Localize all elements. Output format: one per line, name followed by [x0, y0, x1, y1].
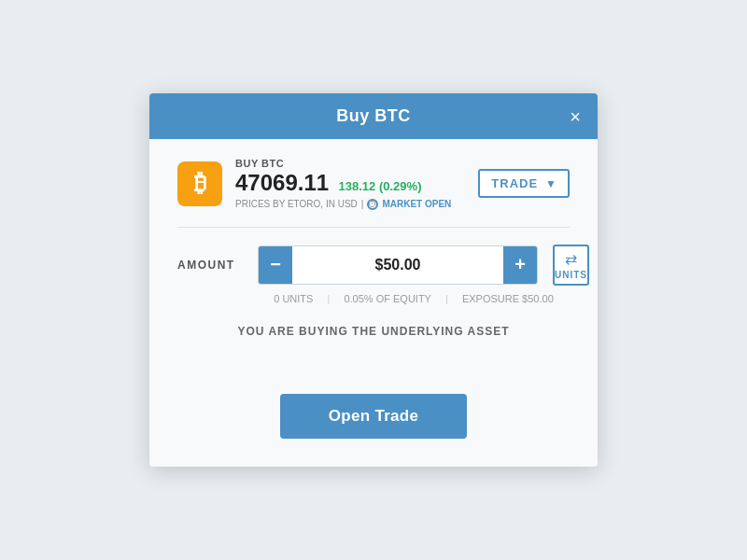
market-status: MARKET OPEN — [382, 199, 451, 209]
asset-details: BUY BTC 47069.11 138.12 (0.29%) PRICES B… — [235, 158, 451, 209]
modal-body: ₿ BUY BTC 47069.11 138.12 (0.29%) PRICES… — [149, 139, 598, 466]
asset-row: ₿ BUY BTC 47069.11 138.12 (0.29%) PRICES… — [177, 158, 570, 209]
asset-label: BUY BTC — [235, 158, 451, 169]
asset-meta: PRICES BY ETORO, IN USD | ⏱ MARKET OPEN — [235, 199, 451, 210]
modal-header: Buy BTC × — [149, 93, 598, 139]
btc-icon: ₿ — [177, 161, 222, 206]
market-icon: ⏱ — [367, 199, 378, 210]
buy-btc-modal: Buy BTC × ₿ BUY BTC 47069.11 138.12 (0.2… — [149, 93, 598, 466]
modal-title: Buy BTC — [336, 106, 411, 126]
amount-input[interactable] — [292, 257, 503, 273]
units-toggle-button[interactable]: ⇄ UNITS — [553, 245, 589, 286]
trade-dropdown-label: TRADE — [491, 176, 538, 190]
close-button[interactable]: × — [570, 107, 581, 126]
units-value: 0 UNITS — [274, 293, 313, 304]
decrease-button[interactable]: − — [259, 246, 292, 284]
amount-row: AMOUNT − + ⇄ UNITS — [177, 245, 570, 286]
asset-price: 47069.11 — [235, 170, 329, 195]
open-trade-button[interactable]: Open Trade — [280, 394, 467, 439]
chevron-down-icon: ▼ — [545, 177, 557, 190]
amount-info: 0 UNITS | 0.05% OF EQUITY | EXPOSURE $50… — [258, 293, 570, 304]
trade-dropdown[interactable]: TRADE ▼ — [478, 169, 570, 198]
asset-info: ₿ BUY BTC 47069.11 138.12 (0.29%) PRICES… — [177, 158, 451, 209]
swap-icon: ⇄ — [565, 250, 577, 268]
equity-value: 0.05% OF EQUITY — [344, 293, 431, 304]
increase-button[interactable]: + — [503, 246, 537, 284]
divider — [177, 227, 570, 228]
units-label: UNITS — [555, 270, 587, 280]
amount-label: AMOUNT — [177, 259, 243, 272]
asset-change: 138.12 (0.29%) — [339, 179, 422, 193]
underlying-asset-message: YOU ARE BUYING THE UNDERLYING ASSET — [177, 325, 570, 338]
amount-control: − + — [258, 245, 538, 285]
exposure-value: EXPOSURE $50.00 — [462, 293, 554, 304]
separator: | — [361, 199, 364, 209]
price-row: 47069.11 138.12 (0.29%) — [235, 171, 451, 195]
prices-by: PRICES BY ETORO, IN USD — [235, 199, 358, 209]
